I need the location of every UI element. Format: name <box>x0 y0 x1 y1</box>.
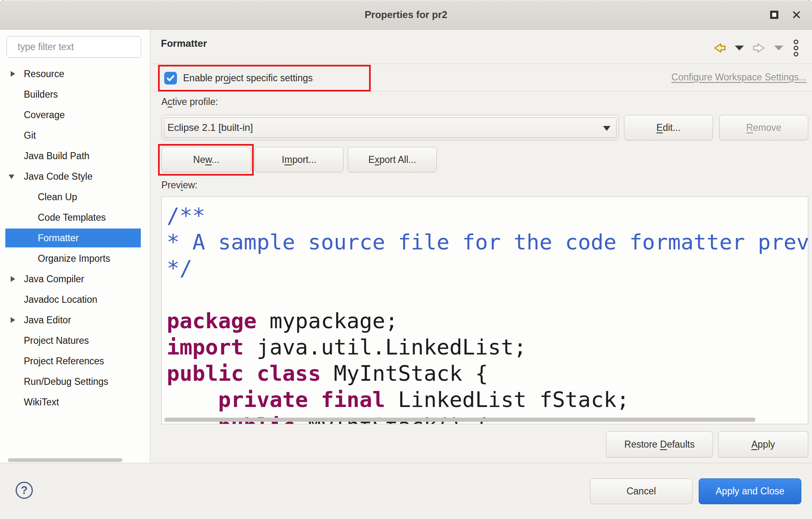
sidebar-item-clean-up[interactable]: Clean Up <box>0 187 149 207</box>
code-line: */ <box>167 255 808 281</box>
sidebar-horizontal-scrollbar[interactable] <box>8 458 122 462</box>
formatter-page: Formatter <box>150 30 812 463</box>
tree-item-label: Organize Imports <box>38 253 110 264</box>
tree-item-label: Builders <box>24 89 58 100</box>
tree-item-label: WikiText <box>24 397 59 408</box>
sidebar-item-resource[interactable]: Resource <box>0 64 149 84</box>
forward-history-dropdown-icon[interactable] <box>774 45 784 51</box>
sidebar-item-java-code-style[interactable]: Java Code Style <box>0 166 149 187</box>
code-preview-text: /*** A sample source file for the code f… <box>162 197 808 424</box>
checkmark-icon <box>166 73 175 83</box>
tree-item-label: Clean Up <box>38 192 77 203</box>
apply-button[interactable]: Apply <box>718 431 808 457</box>
chevron-right-icon[interactable] <box>11 276 15 282</box>
sidebar-item-javadoc-location[interactable]: Javadoc Location <box>0 289 149 310</box>
back-history-dropdown-icon[interactable] <box>734 45 744 51</box>
dialog-button-bar: ? Cancel Apply and Close <box>0 463 812 519</box>
sidebar-item-organize-imports[interactable]: Organize Imports <box>0 248 149 269</box>
code-line: /** <box>167 203 808 229</box>
tree-item-label: Java Code Style <box>24 171 92 182</box>
active-profile-label: Active profile: <box>161 96 218 107</box>
chevron-right-icon[interactable] <box>11 317 15 323</box>
view-menu-icon[interactable] <box>792 39 800 57</box>
preview-horizontal-scrollbar[interactable] <box>164 418 755 422</box>
active-profile-select[interactable]: Eclipse 2.1 [built-in] <box>161 115 619 140</box>
close-button[interactable]: ✕ <box>787 0 805 30</box>
cancel-button[interactable]: Cancel <box>590 478 693 504</box>
title-bar: Properties for pr2 ✕ <box>0 0 812 30</box>
sidebar-item-java-editor[interactable]: Java Editor <box>0 310 149 330</box>
edit-button[interactable]: Edit... <box>624 115 713 140</box>
code-line <box>167 281 808 308</box>
sidebar-item-builders[interactable]: Builders <box>0 84 149 105</box>
restore-defaults-button[interactable]: Restore Defaults <box>606 431 713 457</box>
properties-dialog: Properties for pr2 ✕ ResourceBuildersCov… <box>0 0 812 519</box>
maximize-button[interactable] <box>765 0 783 30</box>
sidebar-item-project-references[interactable]: Project References <box>0 351 149 371</box>
code-preview-panel: /*** A sample source file for the code f… <box>161 197 808 424</box>
chevron-right-icon[interactable] <box>11 71 15 77</box>
tree-item-label: Java Build Path <box>24 151 89 162</box>
tree-item-label: Project Natures <box>24 335 89 346</box>
tree-item-label: Run/Debug Settings <box>24 376 108 387</box>
code-line: * A sample source file for the code form… <box>167 229 808 255</box>
sidebar-item-java-build-path[interactable]: Java Build Path <box>0 146 149 166</box>
page-title: Formatter <box>161 38 207 49</box>
sidebar-item-code-templates[interactable]: Code Templates <box>0 207 149 228</box>
code-line: private final LinkedList fStack; <box>167 386 808 413</box>
annotation-box-enable-settings: Enable project specific settings <box>158 65 371 91</box>
sidebar-item-project-natures[interactable]: Project Natures <box>0 330 149 351</box>
preferences-tree: ResourceBuildersCoverageGitJava Build Pa… <box>0 64 149 412</box>
sidebar-item-run-debug-settings[interactable]: Run/Debug Settings <box>0 371 149 392</box>
sidebar-item-java-compiler[interactable]: Java Compiler <box>0 269 149 289</box>
window-title: Properties for pr2 <box>0 0 812 30</box>
tree-item-label: Coverage <box>24 110 65 121</box>
code-line: package mypackage; <box>167 308 808 334</box>
header-separator <box>150 64 812 64</box>
tree-item-label: Java Editor <box>24 315 71 326</box>
preferences-sidebar: ResourceBuildersCoverageGitJava Build Pa… <box>0 30 150 463</box>
code-line: public class MyIntStack { <box>167 360 808 386</box>
import-button[interactable]: Import... <box>255 147 344 172</box>
back-arrow-icon[interactable] <box>713 43 726 53</box>
sidebar-item-coverage[interactable]: Coverage <box>0 105 149 125</box>
tree-item-label: Java Compiler <box>24 274 84 285</box>
question-mark-icon: ? <box>21 484 28 497</box>
remove-button[interactable]: Remove <box>719 115 808 140</box>
enable-project-settings-checkbox[interactable] <box>164 72 177 85</box>
sidebar-item-wikitext[interactable]: WikiText <box>0 392 149 412</box>
chevron-down-icon[interactable] <box>9 175 14 179</box>
help-button[interactable]: ? <box>16 482 33 499</box>
sidebar-item-formatter[interactable]: Formatter <box>0 228 149 248</box>
code-line: import java.util.LinkedList; <box>167 334 808 360</box>
tree-item-label: Project References <box>24 356 104 367</box>
tree-item-label: Git <box>24 130 36 141</box>
maximize-icon <box>770 11 778 19</box>
sidebar-item-git[interactable]: Git <box>0 125 149 146</box>
enable-project-settings-label: Enable project specific settings <box>183 73 313 84</box>
tree-item-label: Formatter <box>38 233 79 244</box>
forward-arrow-icon[interactable] <box>753 43 765 53</box>
page-navigation <box>713 39 800 57</box>
preview-label: Preview: <box>161 180 197 191</box>
tree-item-label: Javadoc Location <box>24 294 97 305</box>
tree-item-label: Resource <box>24 69 64 80</box>
export-all-button[interactable]: Export All... <box>348 147 437 172</box>
filter-input[interactable] <box>7 36 141 58</box>
combo-caret-icon <box>603 126 610 131</box>
active-profile-value: Eclipse 2.1 [built-in] <box>167 122 253 133</box>
tree-item-label: Code Templates <box>38 212 106 223</box>
annotation-box-new-button <box>158 144 254 176</box>
apply-and-close-button[interactable]: Apply and Close <box>699 478 801 504</box>
configure-workspace-settings-link[interactable]: Configure Workspace Settings... <box>672 72 807 83</box>
